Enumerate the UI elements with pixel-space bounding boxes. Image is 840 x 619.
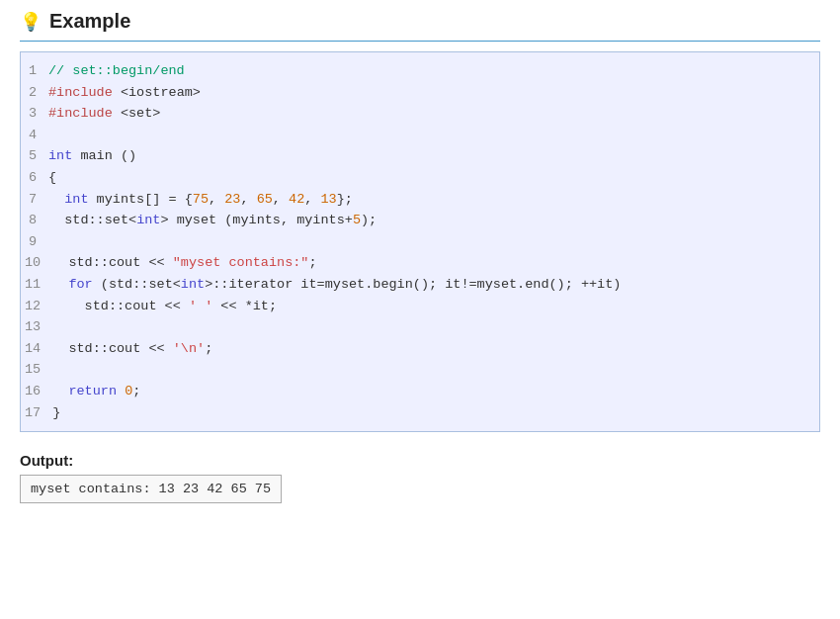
- line-number: 10: [21, 252, 52, 274]
- code-line: 12 std::cout << ' ' << *it;: [21, 296, 819, 317]
- token: 5: [353, 213, 361, 227]
- line-number: 12: [21, 296, 52, 317]
- token: [48, 192, 64, 207]
- token: main (): [72, 148, 136, 163]
- code-line: 15: [21, 359, 819, 381]
- line-content: std::cout << "myset contains:";: [52, 252, 326, 274]
- token: std::cout <<: [52, 341, 173, 356]
- token: int: [64, 192, 88, 207]
- line-content: }: [52, 402, 70, 424]
- output-value: myset contains: 13 23 42 65 75: [20, 475, 282, 503]
- token: '\n': [173, 341, 205, 356]
- line-content: [48, 125, 58, 146]
- code-line: 3#include <set>: [21, 103, 819, 125]
- line-number: 2: [21, 82, 48, 104]
- token: [52, 277, 68, 292]
- line-number: 4: [21, 125, 48, 146]
- line-content: {: [48, 167, 66, 189]
- token: 13: [320, 192, 336, 207]
- code-line: 1// set::begin/end: [21, 60, 819, 82]
- token: << *it;: [212, 299, 277, 313]
- code-line: 6{: [21, 167, 819, 189]
- line-number: 15: [21, 359, 52, 381]
- line-content: #include <set>: [48, 103, 170, 125]
- line-number: 16: [21, 381, 52, 402]
- token: };: [337, 192, 353, 207]
- token: ,: [273, 192, 289, 207]
- code-line: 14 std::cout << '\n';: [21, 338, 819, 360]
- token: #include: [48, 85, 113, 100]
- token: {: [48, 170, 56, 185]
- line-number: 8: [21, 210, 48, 231]
- token: > myset (myints, myints+: [160, 213, 352, 227]
- code-line: 2#include <iostream>: [21, 82, 819, 104]
- token: ' ': [189, 299, 212, 313]
- token: <iostream>: [121, 85, 201, 100]
- token: return: [68, 384, 117, 398]
- line-number: 1: [21, 60, 48, 82]
- token: ;: [308, 255, 316, 270]
- token: >::iterator it=myset.begin(); it!=myset.…: [205, 277, 621, 292]
- code-block: 1// set::begin/end2#include <iostream>3#…: [20, 51, 820, 432]
- token: std::cout <<: [52, 299, 189, 313]
- token: 42: [289, 192, 304, 207]
- token: [52, 384, 68, 398]
- code-line: 8 std::set<int> myset (myints, myints+5)…: [21, 210, 819, 231]
- token: [113, 106, 121, 121]
- token: <set>: [121, 106, 161, 121]
- code-line: 5int main (): [21, 145, 819, 167]
- token: // set::begin/end: [48, 63, 185, 78]
- token: int: [48, 148, 72, 163]
- bulb-icon: 💡: [20, 11, 42, 33]
- code-line: 7 int myints[] = {75, 23, 65, 42, 13};: [21, 189, 819, 211]
- line-content: std::cout << '\n';: [52, 338, 222, 360]
- code-line: 10 std::cout << "myset contains:";: [21, 252, 819, 274]
- token: ;: [132, 384, 140, 398]
- output-label: Output:: [20, 452, 820, 469]
- token: int: [181, 277, 205, 292]
- line-number: 6: [21, 167, 48, 189]
- line-number: 11: [21, 274, 52, 296]
- token: [117, 384, 125, 398]
- token: std::set<: [48, 213, 136, 227]
- line-number: 13: [21, 316, 52, 338]
- token: );: [361, 213, 377, 227]
- page-title: Example: [49, 10, 130, 33]
- line-content: #include <iostream>: [48, 82, 210, 104]
- token: (std::set<: [93, 277, 181, 292]
- line-content: [48, 231, 58, 253]
- token: }: [52, 405, 60, 420]
- line-number: 14: [21, 338, 52, 360]
- token: myints[] = {: [89, 192, 193, 207]
- line-number: 3: [21, 103, 48, 125]
- code-line: 4: [21, 125, 819, 146]
- code-line: 17}: [21, 402, 819, 424]
- token: 75: [193, 192, 209, 207]
- token: 23: [224, 192, 240, 207]
- output-section: Output: myset contains: 13 23 42 65 75: [20, 452, 820, 503]
- token: #include: [48, 106, 113, 121]
- line-content: [52, 359, 62, 381]
- token: ;: [205, 341, 212, 356]
- line-content: std::set<int> myset (myints, myints+5);: [48, 210, 386, 231]
- token: [113, 85, 121, 100]
- token: for: [68, 277, 92, 292]
- line-content: for (std::set<int>::iterator it=myset.be…: [52, 274, 630, 296]
- token: ,: [304, 192, 320, 207]
- line-content: std::cout << ' ' << *it;: [52, 296, 287, 317]
- code-line: 13: [21, 316, 819, 338]
- token: int: [136, 213, 160, 227]
- line-content: return 0;: [52, 381, 150, 402]
- line-number: 17: [21, 402, 52, 424]
- line-number: 7: [21, 189, 48, 211]
- token: "myset contains:": [173, 255, 309, 270]
- token: ,: [209, 192, 224, 207]
- code-line: 16 return 0;: [21, 381, 819, 402]
- token: std::cout <<: [52, 255, 173, 270]
- line-content: int myints[] = {75, 23, 65, 42, 13};: [48, 189, 363, 211]
- page-header: 💡 Example: [20, 10, 820, 42]
- line-number: 5: [21, 145, 48, 167]
- line-content: // set::begin/end: [48, 60, 195, 82]
- code-line: 9: [21, 231, 819, 253]
- line-content: [52, 316, 62, 338]
